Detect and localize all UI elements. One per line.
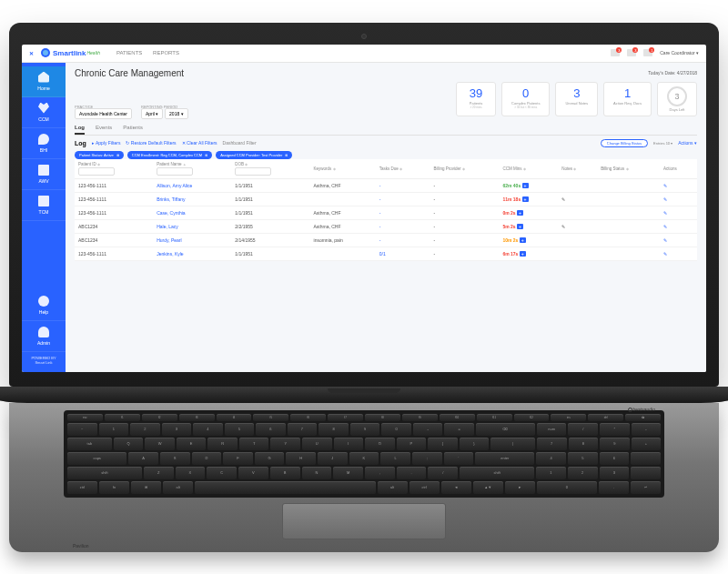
cell-name[interactable]: Case, Cynthia bbox=[153, 206, 231, 219]
actions-dropdown[interactable]: Actions ▾ bbox=[678, 140, 697, 146]
notif-icon-3[interactable]: 1 bbox=[643, 49, 652, 56]
laptop-deck: beatsaudio escf1f2f3f4f5f6f7f8f9f10f11f1… bbox=[9, 403, 719, 552]
cell-notes[interactable]: ✎ bbox=[558, 219, 597, 233]
col-billing-status[interactable]: Billing Status ◆ bbox=[597, 159, 660, 179]
dashboard-filter-link[interactable]: Dashboard Filter bbox=[223, 140, 257, 146]
cell-bp: - bbox=[430, 247, 500, 260]
chip-provider[interactable]: Assigned CCM Provider: Test Provider⊗ bbox=[216, 151, 292, 159]
close-icon[interactable]: ⊗ bbox=[285, 153, 288, 157]
cell-tasks[interactable]: - bbox=[376, 206, 430, 219]
cell-actions[interactable]: ✎ bbox=[660, 219, 697, 233]
cell-bs bbox=[597, 233, 660, 247]
nav-reports[interactable]: REPORTS bbox=[153, 50, 179, 55]
patients-table: Patient ID ◆ Patient Name ▲ DOB ◆ Keywor… bbox=[75, 159, 697, 261]
tab-events[interactable]: Events bbox=[96, 122, 112, 135]
filter-id-input[interactable] bbox=[78, 167, 115, 176]
stat-docs: 1Action Req. Docs bbox=[603, 82, 652, 116]
nav-patients[interactable]: PATIENTS bbox=[116, 50, 142, 55]
cell-dob: 1/1/1951 bbox=[231, 206, 309, 219]
sidebar-footer: POWERED BYSmart Link bbox=[22, 352, 66, 368]
cell-keywords: insomnia, pain bbox=[310, 233, 376, 247]
sidebar: Home CCM BHI AWV TCM Help Admin POWERED … bbox=[22, 63, 66, 372]
cell-mins: 5m 2s + bbox=[499, 219, 558, 233]
edit-icon: ✎ bbox=[663, 196, 667, 202]
cell-actions[interactable]: ✎ bbox=[660, 206, 697, 219]
cell-bs bbox=[597, 219, 660, 233]
cell-bs bbox=[597, 178, 660, 192]
chip-status[interactable]: Patient Status: Active⊗ bbox=[75, 151, 124, 159]
col-tasks[interactable]: Tasks Due ◆ bbox=[376, 159, 430, 179]
heart-icon bbox=[38, 103, 49, 114]
brand-logo[interactable]: Smartlink Health bbox=[41, 48, 100, 57]
month-select[interactable]: April ▾ bbox=[141, 108, 163, 119]
pavilion-label: Pavilion bbox=[73, 543, 89, 549]
page-title: Chronic Care Management bbox=[75, 68, 184, 78]
table-row: ABC1234Hurdy, Pearl2/14/1955insomnia, pa… bbox=[75, 233, 697, 247]
col-billing-provider[interactable]: Billing Provider ◆ bbox=[430, 159, 500, 179]
cell-tasks[interactable]: - bbox=[376, 233, 430, 247]
cell-notes[interactable] bbox=[558, 247, 597, 260]
cell-actions[interactable]: ✎ bbox=[660, 192, 697, 206]
main-content: Chronic Care Management Today's Date: 4/… bbox=[66, 63, 706, 372]
chip-enrollment[interactable]: CCM Enrollment: Reg CCM, Complex CCM⊗ bbox=[127, 151, 212, 159]
entries-select[interactable]: Entries 10 ▾ bbox=[653, 141, 672, 146]
sidebar-item-admin[interactable]: Admin bbox=[22, 321, 66, 352]
clear-filters-link[interactable]: ✕ Clear All Filters bbox=[182, 140, 217, 146]
close-icon[interactable]: ⊗ bbox=[205, 153, 207, 157]
col-name[interactable]: Patient Name ▲ bbox=[153, 159, 231, 179]
restore-filters-link[interactable]: ↻ Restore Default Filters bbox=[126, 140, 176, 146]
cell-name[interactable]: Hurdy, Pearl bbox=[153, 233, 231, 247]
col-keywords[interactable]: Keywords ◆ bbox=[310, 159, 376, 179]
apply-filters-link[interactable]: ▸ Apply Filters bbox=[92, 140, 121, 146]
filter-dob-input[interactable] bbox=[235, 167, 271, 176]
close-icon[interactable]: ✕ bbox=[29, 50, 34, 56]
edit-icon: ✎ bbox=[663, 237, 667, 243]
cell-actions[interactable]: ✎ bbox=[660, 247, 697, 260]
cell-tasks[interactable]: - bbox=[376, 178, 430, 192]
calendar-icon bbox=[38, 165, 49, 176]
cell-notes[interactable]: ✎ bbox=[558, 192, 597, 206]
close-icon[interactable]: ⊗ bbox=[116, 153, 119, 157]
phone-icon bbox=[38, 134, 49, 145]
change-billing-status-button[interactable]: Change Billing Status bbox=[601, 139, 648, 147]
cell-notes[interactable] bbox=[558, 178, 597, 192]
tab-patients[interactable]: Patients bbox=[123, 122, 143, 135]
beats-logo: beatsaudio bbox=[628, 407, 655, 412]
col-dob[interactable]: DOB ◆ bbox=[231, 159, 309, 179]
cell-actions[interactable]: ✎ bbox=[660, 178, 697, 192]
filter-name-input[interactable] bbox=[157, 167, 193, 176]
cell-name[interactable]: Hale, Lacy bbox=[153, 219, 231, 233]
col-id[interactable]: Patient ID ◆ bbox=[75, 159, 153, 179]
sidebar-item-tcm[interactable]: TCM bbox=[22, 190, 66, 221]
practice-select[interactable]: Avondale Health Center bbox=[75, 108, 132, 119]
cell-actions[interactable]: ✎ bbox=[660, 233, 697, 247]
cell-notes[interactable] bbox=[558, 233, 597, 247]
sidebar-item-home[interactable]: Home bbox=[22, 66, 66, 97]
notif-icon-1[interactable]: 3 bbox=[611, 49, 620, 56]
cell-mins: 6m 17s + bbox=[499, 247, 558, 260]
cell-dob: 2/2/1955 bbox=[231, 219, 309, 233]
stats-row: 39Patients> 20 mins 0Complex Patients> 5… bbox=[456, 82, 697, 116]
cell-notes[interactable] bbox=[558, 206, 597, 219]
col-notes[interactable]: Notes ◆ bbox=[558, 159, 597, 179]
cell-dob: 1/1/1951 bbox=[231, 178, 309, 192]
cell-name[interactable]: Allison, Amy Alice bbox=[153, 178, 231, 192]
cell-tasks[interactable]: 0/1 bbox=[376, 247, 430, 260]
cell-id: 123-456-1111 bbox=[75, 247, 153, 260]
stat-notes: 3Unread Notes bbox=[555, 82, 598, 116]
col-ccm-mins[interactable]: CCM Mins ◆ bbox=[499, 159, 558, 179]
cell-name[interactable]: Jenkins, Kyle bbox=[153, 247, 231, 260]
year-select[interactable]: 2018 ▾ bbox=[165, 108, 188, 119]
cell-name[interactable]: Brinks, Tiffany bbox=[153, 192, 231, 206]
user-menu[interactable]: Care Coordinator ▾ bbox=[660, 50, 699, 55]
tab-log[interactable]: Log bbox=[75, 122, 85, 135]
notif-icon-2[interactable]: 3 bbox=[627, 49, 636, 56]
cell-tasks[interactable]: - bbox=[376, 192, 430, 206]
sidebar-item-awv[interactable]: AWV bbox=[22, 159, 66, 190]
sidebar-item-ccm[interactable]: CCM bbox=[22, 97, 66, 128]
sidebar-item-help[interactable]: Help bbox=[22, 290, 66, 321]
sidebar-item-bhi[interactable]: BHI bbox=[22, 128, 66, 159]
cell-keywords: Asthma, CHF bbox=[310, 219, 376, 233]
cell-tasks[interactable]: - bbox=[376, 219, 430, 233]
brand-name: Smartlink bbox=[53, 49, 86, 57]
